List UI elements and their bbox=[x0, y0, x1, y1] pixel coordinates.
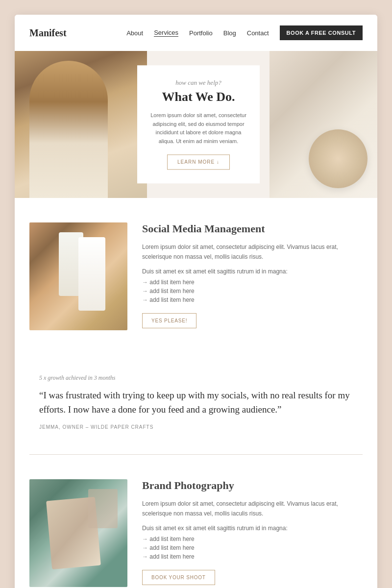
brand-photography-image-inner bbox=[29, 479, 127, 587]
brand-photography-title: Brand Photography bbox=[142, 479, 363, 492]
list-item: add list item here bbox=[142, 536, 363, 542]
testimonial-author: JEMMA, OWNER – WILDE PAPER CRAFTS bbox=[39, 424, 353, 430]
list-item: add list item here bbox=[142, 553, 363, 560]
brand-photography-body2: Duis sit amet ex sit amet elit sagittis … bbox=[142, 525, 363, 532]
list-item: add list item here bbox=[142, 296, 363, 303]
hero-card: how can we help? What We Do. Lorem ipsum… bbox=[137, 65, 260, 183]
social-media-image-inner bbox=[29, 222, 127, 330]
page-wrapper: Manifest About Services Portfolio Blog C… bbox=[15, 15, 377, 588]
hero-left-image bbox=[15, 51, 147, 198]
list-item: add list item here bbox=[142, 288, 363, 294]
book-shoot-button[interactable]: BOOK YOUR SHOOT bbox=[142, 570, 215, 585]
testimonial-section: 5 x growth achieved in 3 months “I was f… bbox=[15, 355, 377, 454]
social-media-content: Social Media Management Lorem ipsum dolo… bbox=[142, 222, 363, 328]
brand-photography-list: add list item here add list item here ad… bbox=[142, 536, 363, 560]
list-item: add list item here bbox=[142, 279, 363, 286]
nav-contact[interactable]: Contact bbox=[247, 29, 269, 37]
learn-more-button[interactable]: LEARN MORE ↓ bbox=[167, 155, 230, 170]
hero-subtitle: how can we help? bbox=[149, 79, 248, 87]
testimonial-quote: “I was frustrated with trying to keep up… bbox=[39, 389, 353, 416]
nav-blog[interactable]: Blog bbox=[223, 29, 236, 37]
nav-portfolio[interactable]: Portfolio bbox=[189, 29, 213, 37]
social-media-list: add list item here add list item here ad… bbox=[142, 279, 363, 303]
social-media-image bbox=[29, 222, 127, 330]
nav-about[interactable]: About bbox=[126, 29, 143, 37]
social-media-body1: Lorem ipsum dolor sit amet, consectetur … bbox=[142, 242, 363, 262]
hero-title: What We Do. bbox=[149, 90, 248, 104]
book-consult-button[interactable]: BOOK A FREE CONSULT bbox=[280, 25, 363, 40]
nav: About Services Portfolio Blog Contact BO… bbox=[126, 25, 363, 40]
testimonial-stat: 5 x growth achieved in 3 months bbox=[39, 374, 353, 382]
list-item: add list item here bbox=[142, 544, 363, 551]
brand-photography-body1: Lorem ipsum dolor sit amet, consectetur … bbox=[142, 499, 363, 519]
brand-photography-image bbox=[29, 479, 127, 587]
logo: Manifest bbox=[29, 27, 67, 39]
brand-photography-row: Brand Photography Lorem ipsum dolor sit … bbox=[29, 479, 363, 587]
header: Manifest About Services Portfolio Blog C… bbox=[15, 15, 377, 51]
hero-body: Lorem ipsum dolor sit amet, consectetur … bbox=[149, 111, 248, 146]
hero-right-image bbox=[270, 51, 377, 198]
brand-photography-content: Brand Photography Lorem ipsum dolor sit … bbox=[142, 479, 363, 585]
nav-services[interactable]: Services bbox=[154, 29, 178, 37]
social-media-title: Social Media Management bbox=[142, 222, 363, 235]
social-media-section: Social Media Management Lorem ipsum dolo… bbox=[15, 198, 377, 355]
hero-person-image bbox=[15, 51, 147, 198]
yes-please-button[interactable]: YES PLEASE! bbox=[142, 313, 196, 328]
social-media-row: Social Media Management Lorem ipsum dolo… bbox=[29, 222, 363, 330]
brand-photography-section: Brand Photography Lorem ipsum dolor sit … bbox=[15, 455, 377, 588]
social-media-body2: Duis sit amet ex sit amet elit sagittis … bbox=[142, 268, 363, 275]
hero-section: how can we help? What We Do. Lorem ipsum… bbox=[15, 51, 377, 198]
